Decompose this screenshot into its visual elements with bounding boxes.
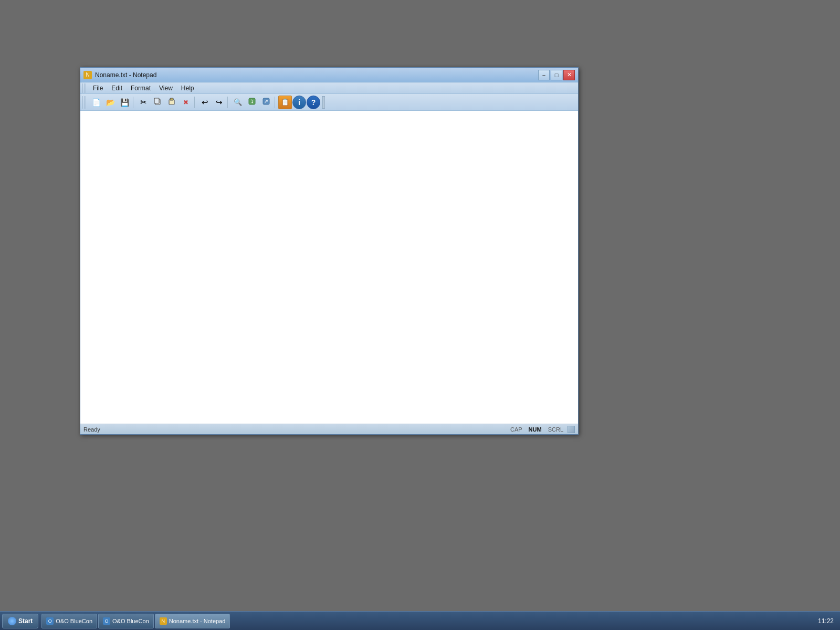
app-icon: N (83, 71, 92, 79)
close-button[interactable]: ✕ (563, 70, 575, 80)
menu-view[interactable]: View (155, 83, 177, 93)
cut-icon: ✂ (140, 98, 147, 107)
undo-icon: ↩ (202, 98, 208, 107)
taskbar-item-label-1: O&O BlueCon (56, 618, 92, 624)
start-label: Start (18, 617, 33, 625)
window-title: Noname.txt - Notepad (95, 71, 538, 79)
copy-icon (154, 98, 161, 107)
taskbar-item-icon-2: O (103, 617, 110, 625)
taskbar-item-icon-3: N (160, 617, 167, 625)
replace-button[interactable]: ⤵ (245, 96, 259, 109)
num-indicator: NUM (527, 426, 544, 433)
toolbar-separator-2 (194, 97, 196, 108)
undo-button[interactable]: ↩ (198, 96, 212, 109)
taskbar-item-label-3: Noname.txt - Notepad (169, 618, 226, 624)
status-text: Ready (83, 426, 508, 433)
goto-button[interactable]: ↗ (259, 96, 273, 109)
delete-button[interactable]: ✖ (179, 96, 193, 109)
toolbar-separator-4 (275, 97, 277, 108)
new-icon: 📄 (92, 98, 101, 107)
window-controls: − □ ✕ (538, 70, 575, 80)
toolbar-grip (82, 96, 87, 109)
orange-icon: 📋 (281, 98, 289, 106)
taskbar-item-notepad[interactable]: N Noname.txt - Notepad (155, 614, 230, 628)
find-button[interactable]: 🔍 (231, 96, 245, 109)
title-bar: N Noname.txt - Notepad − □ ✕ (80, 68, 578, 82)
cut-button[interactable]: ✂ (136, 96, 150, 109)
minimize-button[interactable]: − (538, 70, 550, 80)
status-bar: Ready CAP NUM SCRL (80, 424, 578, 434)
menu-edit[interactable]: Edit (107, 83, 127, 93)
toolbar: 📄 📂 💾 ✂ (80, 94, 578, 111)
restore-button[interactable]: □ (551, 70, 562, 80)
start-button[interactable]: Start (2, 614, 38, 628)
open-button[interactable]: 📂 (103, 96, 117, 109)
new-button[interactable]: 📄 (89, 96, 103, 109)
replace-icon: ⤵ (248, 98, 256, 107)
svg-rect-1 (154, 98, 159, 103)
paste-icon (168, 98, 175, 107)
status-indicators: CAP NUM SCRL (508, 426, 575, 433)
redo-button[interactable]: ↪ (212, 96, 226, 109)
open-icon: 📂 (106, 98, 115, 107)
goto-icon: ↗ (262, 98, 270, 107)
desktop: N Noname.txt - Notepad − □ ✕ File Edit F… (0, 0, 840, 630)
scrl-indicator: SCRL (546, 426, 565, 433)
menu-file[interactable]: File (89, 83, 107, 93)
taskbar: Start O O&O BlueCon O O&O BlueCon N Nona… (0, 611, 840, 630)
toolbar-separator-1 (133, 97, 135, 108)
save-button[interactable]: 💾 (118, 96, 131, 109)
help-button[interactable]: ? (307, 96, 320, 109)
taskbar-item-icon-1: O (46, 617, 54, 625)
taskbar-items: O O&O BlueCon O O&O BlueCon N Noname.txt… (41, 614, 811, 628)
menu-help[interactable]: Help (177, 83, 198, 93)
notepad-window: N Noname.txt - Notepad − □ ✕ File Edit F… (80, 67, 579, 435)
cap-indicator: CAP (508, 426, 524, 433)
info-button[interactable]: i (292, 96, 306, 109)
svg-text:⤵: ⤵ (251, 99, 253, 104)
orange-button[interactable]: 📋 (278, 96, 292, 109)
help-icon: ? (311, 98, 316, 107)
menu-grip (82, 83, 87, 93)
start-orb-icon (8, 617, 16, 625)
save-icon: 💾 (120, 98, 129, 107)
delete-icon: ✖ (183, 99, 188, 106)
toolbar-end-marker (322, 96, 325, 109)
taskbar-item-label-2: O&O BlueCon (112, 618, 149, 624)
info-icon: i (298, 98, 300, 107)
svg-text:↗: ↗ (264, 99, 268, 104)
menu-bar: File Edit Format View Help (80, 82, 578, 94)
menu-format[interactable]: Format (127, 83, 155, 93)
svg-rect-3 (170, 98, 173, 100)
status-end-grip (568, 426, 575, 433)
editor-area[interactable] (80, 111, 578, 424)
toolbar-separator-3 (227, 97, 229, 108)
find-icon: 🔍 (234, 98, 242, 106)
copy-button[interactable] (151, 96, 164, 109)
text-editor[interactable] (80, 111, 578, 424)
redo-icon: ↪ (216, 98, 223, 107)
taskbar-item-ooblucon1[interactable]: O O&O BlueCon (41, 614, 97, 628)
taskbar-clock: 11:22 (814, 617, 838, 625)
paste-button[interactable] (165, 96, 178, 109)
taskbar-item-ooblucon2[interactable]: O O&O BlueCon (98, 614, 154, 628)
